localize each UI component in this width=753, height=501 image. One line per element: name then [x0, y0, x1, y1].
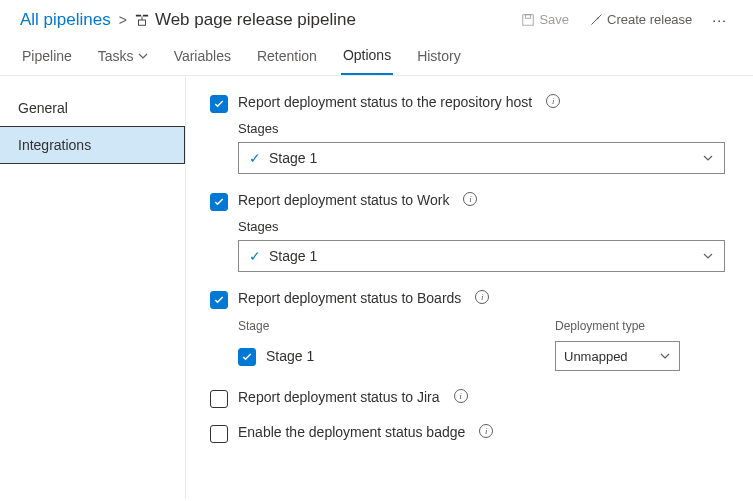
integrations-panel: Report deployment status to the reposito… [186, 76, 753, 499]
svg-rect-0 [136, 14, 141, 16]
svg-rect-1 [143, 14, 148, 16]
chevron-down-icon [138, 51, 148, 61]
tab-bar: Pipeline Tasks Variables Retention Optio… [0, 35, 753, 76]
tab-pipeline[interactable]: Pipeline [20, 41, 74, 75]
chevron-down-icon [702, 152, 714, 164]
info-icon[interactable]: i [463, 192, 477, 206]
check-icon [213, 196, 225, 208]
more-actions-button[interactable]: ··· [706, 12, 733, 28]
chevron-right-icon: > [119, 12, 127, 28]
stages-label-work: Stages [238, 219, 725, 234]
stages-label-repo: Stages [238, 121, 725, 136]
svg-rect-4 [523, 14, 534, 25]
stages-dropdown-work-value: Stage 1 [269, 248, 317, 264]
info-icon[interactable]: i [454, 389, 468, 403]
tab-history[interactable]: History [415, 41, 463, 75]
check-icon: ✓ [249, 248, 261, 264]
chevron-down-icon [659, 350, 671, 362]
tab-tasks-label: Tasks [98, 48, 134, 64]
deployment-type-dropdown[interactable]: Unmapped [555, 341, 680, 371]
checkbox-status-badge[interactable] [210, 425, 228, 443]
tab-options[interactable]: Options [341, 41, 393, 75]
label-report-repo: Report deployment status to the reposito… [238, 94, 532, 110]
save-icon [521, 13, 535, 27]
label-report-work: Report deployment status to Work [238, 192, 449, 208]
tab-retention[interactable]: Retention [255, 41, 319, 75]
stages-dropdown-work[interactable]: ✓ Stage 1 [238, 240, 725, 272]
deployment-type-value: Unmapped [564, 349, 628, 364]
pipeline-title-text: Web page release pipeline [155, 10, 356, 30]
boards-col-deploy: Deployment type [555, 319, 725, 333]
boards-col-stage: Stage [238, 319, 555, 333]
boards-stage-row: Stage 1 Unmapped [238, 341, 725, 371]
chevron-down-icon [702, 250, 714, 262]
checkbox-report-boards[interactable] [210, 291, 228, 309]
check-icon [241, 351, 253, 363]
save-label: Save [539, 12, 569, 27]
pipeline-title: Web page release pipeline [135, 10, 356, 30]
rocket-icon [589, 13, 603, 27]
breadcrumb-root-link[interactable]: All pipelines [20, 10, 111, 30]
check-icon [213, 294, 225, 306]
breadcrumb-bar: All pipelines > Web page release pipelin… [0, 0, 753, 35]
create-release-label: Create release [607, 12, 692, 27]
svg-rect-2 [138, 20, 145, 25]
label-report-jira: Report deployment status to Jira [238, 389, 440, 405]
tab-variables[interactable]: Variables [172, 41, 233, 75]
tab-tasks[interactable]: Tasks [96, 41, 150, 75]
pipeline-icon [135, 13, 149, 27]
create-release-button[interactable]: Create release [583, 8, 698, 31]
boards-stage-label: Stage 1 [266, 348, 314, 364]
label-status-badge: Enable the deployment status badge [238, 424, 465, 440]
check-icon: ✓ [249, 150, 261, 166]
save-button[interactable]: Save [515, 8, 575, 31]
info-icon[interactable]: i [479, 424, 493, 438]
checkbox-boards-stage1[interactable] [238, 348, 256, 366]
label-report-boards: Report deployment status to Boards [238, 290, 461, 306]
stages-dropdown-repo[interactable]: ✓ Stage 1 [238, 142, 725, 174]
info-icon[interactable]: i [475, 290, 489, 304]
options-sidebar: General Integrations [0, 76, 186, 499]
sidebar-item-integrations[interactable]: Integrations [0, 126, 185, 164]
svg-rect-5 [526, 14, 531, 18]
check-icon [213, 98, 225, 110]
info-icon[interactable]: i [546, 94, 560, 108]
checkbox-report-work[interactable] [210, 193, 228, 211]
svg-point-6 [597, 17, 599, 19]
checkbox-report-jira[interactable] [210, 390, 228, 408]
checkbox-report-repo[interactable] [210, 95, 228, 113]
stages-dropdown-repo-value: Stage 1 [269, 150, 317, 166]
sidebar-item-general[interactable]: General [0, 90, 185, 126]
